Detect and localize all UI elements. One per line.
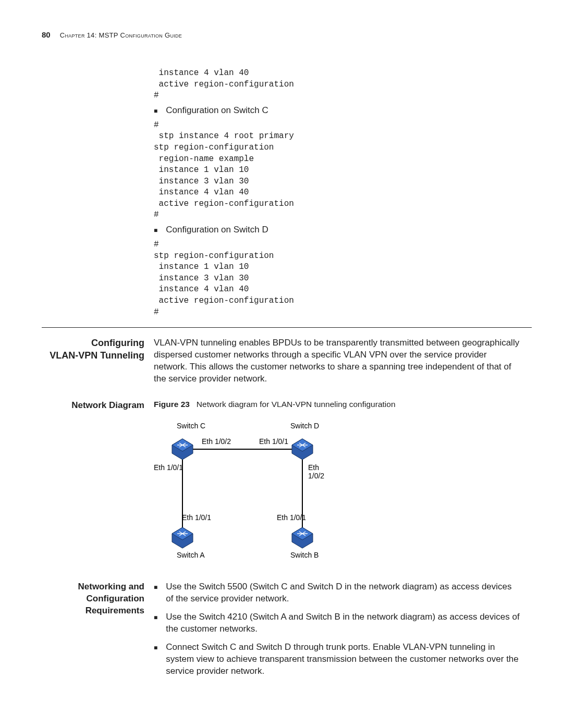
chapter-title: MSTP Configuration Guide	[99, 31, 182, 39]
code-block-switch-c: # stp instance 4 root primary stp region…	[154, 120, 521, 221]
section-heading-line1: Configuring	[42, 337, 144, 349]
list-item: ■ Connect Switch C and Switch D through …	[154, 641, 521, 677]
figure-caption-text: Network diagram for VLAN-VPN tunneling c…	[197, 400, 396, 409]
figure-caption: Figure 23 Network diagram for VLAN-VPN t…	[154, 400, 521, 409]
label-eth-d-side: Eth 1/0/2	[308, 463, 331, 480]
page: 80 Chapter 14: MSTP Configuration Guide …	[0, 0, 563, 728]
label-eth-d-top: Eth 1/0/1	[259, 437, 288, 446]
switch-b-icon	[292, 527, 313, 548]
switch-c-icon	[172, 439, 193, 460]
page-header: 80 Chapter 14: MSTP Configuration Guide	[42, 30, 532, 39]
network-diagram: Switch C Switch D Eth 1/0/2 Eth 1/0/1 Et…	[154, 421, 331, 566]
bullet-square-icon: ■	[154, 613, 157, 637]
requirements-heading: Networking and Configuration Requirement…	[42, 581, 144, 617]
list-item: ■ Use the Switch 5500 (Switch C and Swit…	[154, 581, 521, 605]
requirements-list: ■ Use the Switch 5500 (Switch C and Swit…	[154, 581, 521, 677]
code-block-continuation: instance 4 vlan 40 active region-configu…	[154, 68, 521, 102]
code-block-switch-d: # stp region-configuration instance 1 vl…	[154, 239, 521, 318]
figure-label: Figure 23	[154, 400, 190, 409]
bullet-square-icon: ■	[154, 583, 157, 607]
bullet-config-switch-c: ■ Configuration on Switch C	[154, 105, 521, 117]
network-diagram-svg	[154, 421, 331, 566]
top-config-block: instance 4 vlan 40 active region-configu…	[42, 68, 532, 318]
requirements-row: Networking and Configuration Requirement…	[42, 581, 532, 684]
label-eth-b-top: Eth 1/0/1	[277, 513, 306, 522]
label-switch-c: Switch C	[177, 422, 205, 430]
network-diagram-row: Network Diagram Figure 23 Network diagra…	[42, 400, 532, 566]
bullet-text: Configuration on Switch C	[166, 105, 268, 117]
bullet-config-switch-d: ■ Configuration on Switch D	[154, 224, 521, 236]
section-heading: Configuring VLAN-VPN Tunneling	[42, 337, 144, 362]
network-diagram-heading: Network Diagram	[42, 400, 144, 412]
label-switch-b: Switch B	[290, 551, 319, 559]
bullet-square-icon: ■	[154, 107, 157, 119]
page-number: 80	[42, 30, 51, 39]
chapter-header: Chapter 14: MSTP Configuration Guide	[60, 31, 182, 39]
section-intro: VLAN-VPN tunneling enables BPDUs to be t…	[154, 337, 521, 385]
chapter-label: Chapter 14:	[60, 31, 97, 39]
bullet-text: Configuration on Switch D	[166, 224, 268, 236]
requirement-text: Use the Switch 4210 (Switch A and Switch…	[166, 611, 521, 635]
label-eth-c-side: Eth 1/0/1	[154, 463, 183, 472]
label-eth-c-top: Eth 1/0/2	[202, 437, 231, 446]
requirements-heading-line3: Requirements	[42, 605, 144, 617]
requirement-text: Connect Switch C and Switch D through tr…	[166, 641, 521, 677]
list-item: ■ Use the Switch 4210 (Switch A and Swit…	[154, 611, 521, 635]
label-eth-a-top: Eth 1/0/1	[182, 513, 211, 522]
label-switch-d: Switch D	[290, 422, 319, 430]
requirements-heading-line1: Networking and	[42, 581, 144, 593]
section-divider	[42, 327, 532, 328]
requirement-text: Use the Switch 5500 (Switch C and Switch…	[166, 581, 521, 605]
bullet-square-icon: ■	[154, 644, 157, 680]
switch-d-icon	[292, 439, 313, 460]
section-heading-line2: VLAN-VPN Tunneling	[42, 350, 144, 362]
section-vlan-vpn: Configuring VLAN-VPN Tunneling VLAN-VPN …	[42, 337, 532, 385]
label-switch-a: Switch A	[177, 551, 205, 559]
bullet-square-icon: ■	[154, 226, 157, 238]
switch-a-icon	[172, 527, 193, 548]
requirements-heading-line2: Configuration	[42, 593, 144, 605]
